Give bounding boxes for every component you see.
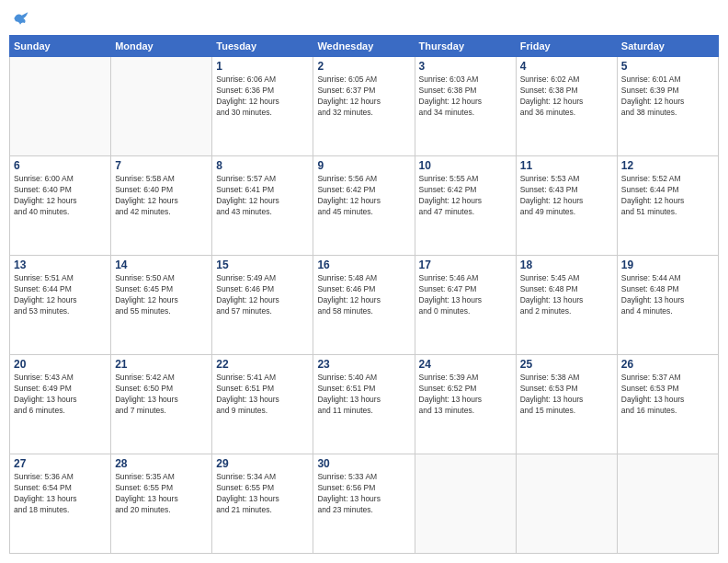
calendar-cell	[10, 57, 111, 156]
calendar-cell: 22Sunrise: 5:41 AM Sunset: 6:51 PM Dayli…	[212, 355, 313, 454]
day-info: Sunrise: 5:37 AM Sunset: 6:53 PM Dayligh…	[621, 373, 714, 417]
weekday-friday: Friday	[516, 36, 617, 57]
day-info: Sunrise: 5:50 AM Sunset: 6:45 PM Dayligh…	[115, 273, 208, 317]
calendar-cell: 6Sunrise: 6:00 AM Sunset: 6:40 PM Daylig…	[10, 156, 111, 256]
calendar-cell: 9Sunrise: 5:56 AM Sunset: 6:42 PM Daylig…	[313, 156, 415, 256]
calendar-cell	[516, 454, 617, 554]
day-number: 8	[216, 159, 309, 172]
day-info: Sunrise: 5:48 AM Sunset: 6:46 PM Dayligh…	[317, 273, 410, 317]
calendar-cell: 19Sunrise: 5:44 AM Sunset: 6:48 PM Dayli…	[617, 256, 718, 355]
calendar-cell: 18Sunrise: 5:45 AM Sunset: 6:48 PM Dayli…	[516, 256, 617, 355]
calendar-cell: 23Sunrise: 5:40 AM Sunset: 6:51 PM Dayli…	[313, 355, 415, 454]
weekday-sunday: Sunday	[10, 36, 111, 57]
day-info: Sunrise: 5:46 AM Sunset: 6:47 PM Dayligh…	[419, 273, 512, 317]
day-number: 19	[621, 259, 714, 271]
logo	[9, 9, 29, 28]
weekday-wednesday: Wednesday	[313, 36, 415, 57]
day-info: Sunrise: 5:57 AM Sunset: 6:41 PM Dayligh…	[216, 174, 309, 218]
day-info: Sunrise: 5:49 AM Sunset: 6:46 PM Dayligh…	[216, 273, 309, 317]
calendar-cell: 3Sunrise: 6:03 AM Sunset: 6:38 PM Daylig…	[415, 57, 516, 156]
header	[9, 9, 719, 28]
day-info: Sunrise: 6:03 AM Sunset: 6:38 PM Dayligh…	[419, 75, 512, 119]
calendar-cell: 10Sunrise: 5:55 AM Sunset: 6:42 PM Dayli…	[415, 156, 516, 256]
day-info: Sunrise: 5:45 AM Sunset: 6:48 PM Dayligh…	[520, 273, 613, 317]
day-number: 9	[317, 159, 410, 172]
week-row-3: 13Sunrise: 5:51 AM Sunset: 6:44 PM Dayli…	[10, 256, 719, 355]
calendar-cell: 13Sunrise: 5:51 AM Sunset: 6:44 PM Dayli…	[10, 256, 111, 355]
day-info: Sunrise: 6:05 AM Sunset: 6:37 PM Dayligh…	[317, 75, 410, 119]
day-info: Sunrise: 5:43 AM Sunset: 6:49 PM Dayligh…	[14, 373, 107, 417]
day-info: Sunrise: 5:39 AM Sunset: 6:52 PM Dayligh…	[419, 373, 512, 417]
day-number: 3	[419, 60, 512, 73]
day-number: 21	[115, 358, 208, 371]
day-number: 4	[520, 60, 613, 73]
day-number: 6	[14, 159, 107, 172]
day-number: 20	[14, 358, 107, 371]
calendar-cell: 21Sunrise: 5:42 AM Sunset: 6:50 PM Dayli…	[111, 355, 212, 454]
calendar-cell: 1Sunrise: 6:06 AM Sunset: 6:36 PM Daylig…	[212, 57, 313, 156]
day-number: 15	[216, 259, 309, 271]
calendar-cell: 27Sunrise: 5:36 AM Sunset: 6:54 PM Dayli…	[10, 454, 111, 554]
calendar-cell: 2Sunrise: 6:05 AM Sunset: 6:37 PM Daylig…	[313, 57, 415, 156]
day-info: Sunrise: 6:01 AM Sunset: 6:39 PM Dayligh…	[621, 75, 714, 119]
day-info: Sunrise: 5:33 AM Sunset: 6:56 PM Dayligh…	[317, 472, 410, 516]
calendar-cell: 30Sunrise: 5:33 AM Sunset: 6:56 PM Dayli…	[313, 454, 415, 554]
day-info: Sunrise: 5:44 AM Sunset: 6:48 PM Dayligh…	[621, 273, 714, 317]
day-number: 26	[621, 358, 714, 371]
day-number: 11	[520, 159, 613, 172]
day-number: 18	[520, 259, 613, 271]
calendar-cell: 7Sunrise: 5:58 AM Sunset: 6:40 PM Daylig…	[111, 156, 212, 256]
day-info: Sunrise: 5:38 AM Sunset: 6:53 PM Dayligh…	[520, 373, 613, 417]
calendar-cell: 15Sunrise: 5:49 AM Sunset: 6:46 PM Dayli…	[212, 256, 313, 355]
day-info: Sunrise: 5:58 AM Sunset: 6:40 PM Dayligh…	[115, 174, 208, 218]
day-number: 12	[621, 159, 714, 172]
weekday-monday: Monday	[111, 36, 212, 57]
weekday-tuesday: Tuesday	[212, 36, 313, 57]
day-number: 27	[14, 457, 107, 470]
calendar-cell: 11Sunrise: 5:53 AM Sunset: 6:43 PM Dayli…	[516, 156, 617, 256]
page: SundayMondayTuesdayWednesdayThursdayFrid…	[0, 0, 728, 563]
day-info: Sunrise: 5:40 AM Sunset: 6:51 PM Dayligh…	[317, 373, 410, 417]
day-number: 1	[216, 60, 309, 73]
calendar-cell: 5Sunrise: 6:01 AM Sunset: 6:39 PM Daylig…	[617, 57, 718, 156]
day-number: 16	[317, 259, 410, 271]
day-info: Sunrise: 5:34 AM Sunset: 6:55 PM Dayligh…	[216, 472, 309, 516]
day-number: 10	[419, 159, 512, 172]
day-info: Sunrise: 6:02 AM Sunset: 6:38 PM Dayligh…	[520, 75, 613, 119]
calendar-cell: 29Sunrise: 5:34 AM Sunset: 6:55 PM Dayli…	[212, 454, 313, 554]
day-number: 14	[115, 259, 208, 271]
day-info: Sunrise: 5:41 AM Sunset: 6:51 PM Dayligh…	[216, 373, 309, 417]
weekday-header-row: SundayMondayTuesdayWednesdayThursdayFrid…	[10, 36, 719, 57]
calendar-table: SundayMondayTuesdayWednesdayThursdayFrid…	[9, 35, 719, 554]
day-info: Sunrise: 5:52 AM Sunset: 6:44 PM Dayligh…	[621, 174, 714, 218]
day-number: 23	[317, 358, 410, 371]
day-number: 17	[419, 259, 512, 271]
day-number: 13	[14, 259, 107, 271]
day-info: Sunrise: 5:55 AM Sunset: 6:42 PM Dayligh…	[419, 174, 512, 218]
day-info: Sunrise: 5:36 AM Sunset: 6:54 PM Dayligh…	[14, 472, 107, 516]
logo-bird-icon	[11, 9, 29, 28]
week-row-4: 20Sunrise: 5:43 AM Sunset: 6:49 PM Dayli…	[10, 355, 719, 454]
day-info: Sunrise: 5:56 AM Sunset: 6:42 PM Dayligh…	[317, 174, 410, 218]
day-number: 30	[317, 457, 410, 470]
day-info: Sunrise: 5:35 AM Sunset: 6:55 PM Dayligh…	[115, 472, 208, 516]
weekday-thursday: Thursday	[415, 36, 516, 57]
calendar-cell: 8Sunrise: 5:57 AM Sunset: 6:41 PM Daylig…	[212, 156, 313, 256]
calendar-cell: 16Sunrise: 5:48 AM Sunset: 6:46 PM Dayli…	[313, 256, 415, 355]
calendar-cell: 14Sunrise: 5:50 AM Sunset: 6:45 PM Dayli…	[111, 256, 212, 355]
week-row-5: 27Sunrise: 5:36 AM Sunset: 6:54 PM Dayli…	[10, 454, 719, 554]
day-info: Sunrise: 6:00 AM Sunset: 6:40 PM Dayligh…	[14, 174, 107, 218]
calendar-cell	[415, 454, 516, 554]
day-info: Sunrise: 5:53 AM Sunset: 6:43 PM Dayligh…	[520, 174, 613, 218]
calendar-cell: 4Sunrise: 6:02 AM Sunset: 6:38 PM Daylig…	[516, 57, 617, 156]
day-info: Sunrise: 5:42 AM Sunset: 6:50 PM Dayligh…	[115, 373, 208, 417]
day-number: 22	[216, 358, 309, 371]
calendar-cell: 26Sunrise: 5:37 AM Sunset: 6:53 PM Dayli…	[617, 355, 718, 454]
calendar-cell	[111, 57, 212, 156]
day-number: 7	[115, 159, 208, 172]
day-number: 24	[419, 358, 512, 371]
calendar-cell: 24Sunrise: 5:39 AM Sunset: 6:52 PM Dayli…	[415, 355, 516, 454]
week-row-2: 6Sunrise: 6:00 AM Sunset: 6:40 PM Daylig…	[10, 156, 719, 256]
week-row-1: 1Sunrise: 6:06 AM Sunset: 6:36 PM Daylig…	[10, 57, 719, 156]
day-info: Sunrise: 5:51 AM Sunset: 6:44 PM Dayligh…	[14, 273, 107, 317]
